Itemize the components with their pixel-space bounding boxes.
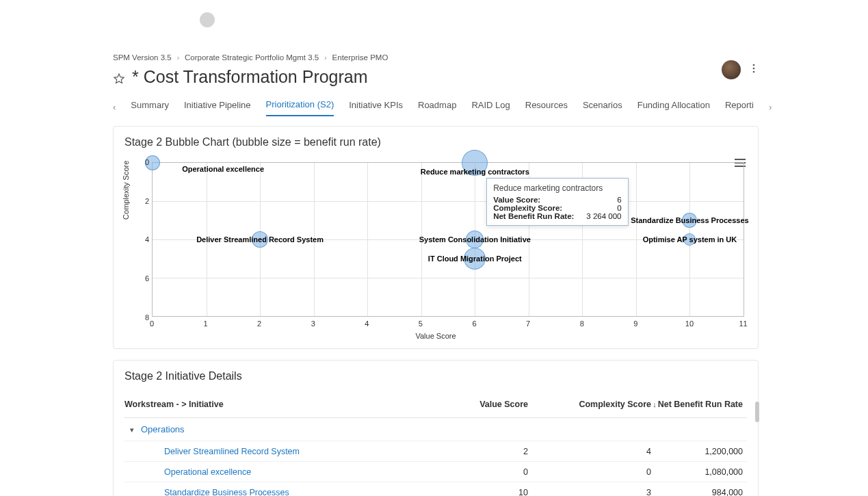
group-row-operations[interactable]: ▾ Operations — [124, 418, 747, 441]
y-tick: 6 — [140, 274, 149, 283]
cell-value-score: 2 — [425, 447, 528, 456]
tab-roadmap[interactable]: Roadmap — [418, 100, 456, 116]
x-tick: 9 — [633, 319, 637, 328]
x-tick: 7 — [526, 319, 530, 328]
svg-point-1 — [753, 68, 755, 70]
page-title: * Cost Transformation Program — [132, 67, 368, 87]
chart-plot-area[interactable]: Operational excellence Reduce marketing … — [152, 162, 744, 317]
col-header-value-score[interactable]: Value Score — [425, 400, 528, 409]
x-tick: 1 — [204, 319, 208, 328]
y-tick: 2 — [140, 197, 149, 205]
avatar[interactable] — [722, 60, 741, 79]
bubble-label: System Consolidation Initiative — [419, 235, 531, 244]
table-row: Operational excellence 0 0 1,080,000 — [124, 462, 747, 482]
x-axis-label: Value Score — [124, 332, 747, 340]
initiative-link[interactable]: Deliver Streamlined Record System — [164, 447, 300, 456]
col-header-workstream[interactable]: Workstream - > Initiative — [124, 400, 425, 409]
x-tick: 5 — [419, 319, 423, 328]
x-tick: 4 — [365, 319, 369, 328]
tab-scenarios[interactable]: Scenarios — [583, 100, 622, 116]
y-tick: 0 — [140, 158, 149, 166]
bubble-label: Reduce marketing contractors — [421, 168, 529, 176]
tooltip-value: 3 264 000 — [586, 212, 621, 220]
initiative-link[interactable]: Standardize Business Processes — [164, 488, 289, 497]
tabs-scroll-right-icon[interactable]: › — [769, 102, 772, 112]
tooltip-value: 0 — [617, 204, 621, 212]
breadcrumb: SPM Version 3.5 › Corporate Strategic Po… — [113, 53, 759, 62]
initiative-details-card: Stage 2 Initiative Details Workstream - … — [113, 360, 759, 496]
breadcrumb-sep: › — [324, 54, 326, 62]
details-title: Stage 2 Initiative Details — [124, 370, 747, 382]
chevron-down-icon[interactable]: ▾ — [130, 426, 134, 434]
tab-summary[interactable]: Summary — [131, 100, 169, 116]
x-tick: 6 — [473, 319, 477, 328]
table-row: Deliver Streamlined Record System 2 4 1,… — [124, 441, 747, 462]
tabs: ‹ Summary Initiative Pipeline Prioritiza… — [113, 99, 759, 116]
tab-prioritization[interactable]: Prioritization (S2) — [266, 99, 334, 116]
group-name[interactable]: Operations — [141, 424, 185, 434]
tooltip-key: Net Benefit Run Rate: — [493, 212, 574, 220]
initiative-link[interactable]: Operational excellence — [164, 467, 251, 477]
bubble-label: Deliver Streamlined Record System — [196, 235, 324, 244]
y-tick: 4 — [140, 235, 149, 244]
cell-complexity-score: 4 — [528, 447, 651, 456]
y-tick: 8 — [140, 313, 149, 322]
tooltip-key: Value Score: — [493, 196, 540, 204]
bubble-label: Optimise AP system in UK — [643, 235, 737, 244]
bubble-chart[interactable]: Complexity Score — [124, 157, 747, 341]
x-tick: 0 — [150, 319, 154, 328]
svg-point-0 — [753, 64, 755, 66]
svg-point-2 — [753, 71, 755, 73]
kebab-menu-icon[interactable] — [749, 64, 759, 76]
tooltip-value: 6 — [617, 196, 621, 204]
tooltip-title: Reduce marketing contractors — [493, 183, 621, 193]
x-tick: 10 — [685, 319, 694, 328]
bubble-label: IT Cloud Migration Project — [428, 254, 522, 263]
col-header-net-label: Net Benefit Run Rate — [658, 400, 743, 409]
cell-complexity-score: 0 — [528, 467, 651, 477]
breadcrumb-item[interactable]: SPM Version 3.5 — [113, 53, 172, 62]
col-header-net-benefit[interactable]: ↓Net Benefit Run Rate — [651, 400, 747, 409]
breadcrumb-item[interactable]: Corporate Strategic Portfolio Mgmt 3.5 — [185, 53, 319, 62]
tooltip-key: Complexity Score: — [493, 204, 562, 212]
favorite-star-icon[interactable] — [113, 73, 125, 85]
cell-net-benefit: 1,200,000 — [651, 447, 747, 456]
tab-reporting-truncated[interactable]: Reporti — [725, 100, 754, 116]
tab-funding-allocation[interactable]: Funding Allocation — [637, 100, 710, 116]
chart-title: Stage 2 Bubble Chart (bubble size = bene… — [124, 136, 747, 148]
breadcrumb-item[interactable]: Enterprise PMO — [332, 53, 389, 62]
sort-desc-icon: ↓ — [653, 400, 657, 408]
bubble-label: Standardize Business Processes — [631, 216, 748, 224]
bubble-chart-card: Stage 2 Bubble Chart (bubble size = bene… — [113, 126, 759, 349]
tabs-scroll-left-icon[interactable]: ‹ — [113, 102, 116, 112]
cell-value-score: 0 — [425, 467, 528, 477]
cell-value-score: 10 — [425, 488, 528, 497]
cell-net-benefit: 1,080,000 — [651, 467, 747, 477]
cell-net-benefit: 984,000 — [651, 488, 747, 497]
tab-resources[interactable]: Resources — [525, 100, 568, 116]
x-tick: 8 — [580, 319, 584, 328]
table-row: Standardize Business Processes 10 3 984,… — [124, 482, 747, 496]
unknown-gray-dot — [200, 12, 215, 27]
cell-complexity-score: 3 — [528, 488, 651, 497]
table-header-row: Workstream - > Initiative Value Score Co… — [124, 397, 747, 418]
table-scrollbar[interactable] — [755, 402, 759, 422]
tab-initiative-kpis[interactable]: Initiative KPIs — [349, 100, 403, 116]
tab-initiative-pipeline[interactable]: Initiative Pipeline — [184, 100, 251, 116]
y-axis-label: Complexity Score — [122, 161, 130, 220]
breadcrumb-sep: › — [177, 54, 179, 62]
x-tick: 3 — [311, 319, 315, 328]
col-header-complexity-score[interactable]: Complexity Score — [528, 400, 651, 409]
bubble-label: Operational excellence — [182, 165, 264, 173]
x-tick: 2 — [257, 319, 261, 328]
tab-raid-log[interactable]: RAID Log — [471, 100, 510, 116]
x-tick: 11 — [739, 319, 747, 328]
chart-tooltip: Reduce marketing contractors Value Score… — [486, 178, 628, 226]
